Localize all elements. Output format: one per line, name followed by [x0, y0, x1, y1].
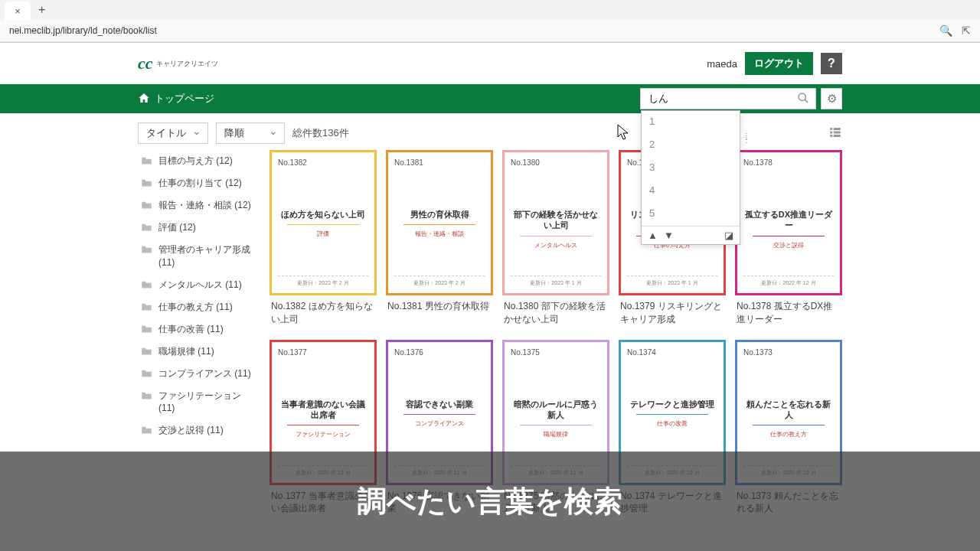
svg-rect-6: [830, 135, 832, 137]
ime-num: 5: [649, 207, 655, 221]
card-number: No.1377: [278, 348, 368, 357]
card-category: コンプライアンス: [394, 419, 485, 428]
gear-button[interactable]: ⚙: [821, 88, 842, 109]
sidebar-item[interactable]: 管理者のキャリア形成 (11): [138, 239, 260, 274]
sidebar-item[interactable]: 報告・連絡・相談 (12): [138, 194, 260, 217]
card-caption: No.1380 部下の経験を活かせない上司: [502, 295, 609, 331]
card-caption: No.1382 ほめ方を知らない上司: [270, 295, 377, 331]
sidebar-item-label: メンタルヘルス (11): [158, 279, 242, 292]
share-icon[interactable]: ⇱: [962, 24, 971, 37]
ime-down-icon[interactable]: ▼: [664, 230, 674, 241]
sort-field-select[interactable]: タイトル: [138, 122, 208, 144]
card[interactable]: No.1381男性の育休取得報告・連絡・相談更新日：2023 年 2 月No.1…: [386, 150, 493, 331]
sidebar-item[interactable]: メンタルヘルス (11): [138, 274, 260, 296]
ime-candidate[interactable]: 4商品: [642, 180, 740, 203]
ime-candidate[interactable]: 1新人: [642, 111, 740, 134]
card-caption: No.1381 男性の育休取得: [386, 295, 493, 318]
logo[interactable]: cc キャリアクリエイツ: [138, 54, 218, 73]
ime-text: 商品: [662, 184, 682, 198]
sidebar-item[interactable]: 目標の与え方 (12): [138, 150, 260, 172]
ime-more-icon: ⋮⋮: [743, 134, 750, 142]
sidebar-item[interactable]: 評価 (12): [138, 217, 260, 239]
sidebar-item[interactable]: 仕事の教え方 (11): [138, 296, 260, 318]
card-number: No.1381: [394, 158, 485, 167]
card-title: テレワークと進捗管理: [627, 399, 717, 409]
card-title: ほめ方を知らない上司: [278, 209, 368, 220]
sidebar-item[interactable]: 職場規律 (11): [138, 341, 260, 363]
username: maeda: [707, 58, 737, 70]
card-title: 容認できない副業: [394, 399, 485, 409]
card-cover: No.1378孤立するDX推進リーダー交渉と説得更新日：2022 年 12 月: [735, 150, 842, 295]
card-category: 交渉と説得: [743, 241, 834, 249]
card-date: 更新日：2023 年 1 月: [511, 276, 601, 287]
logout-button[interactable]: ログアウト: [745, 52, 813, 75]
nav-home[interactable]: トップページ: [138, 92, 214, 106]
ime-up-icon[interactable]: ▲: [648, 230, 658, 241]
ime-num: 1: [649, 116, 655, 129]
ime-candidate[interactable]: 5システム: [642, 203, 740, 226]
ime-controls: ▲ ▼ ◪: [642, 226, 740, 244]
card[interactable]: No.1378孤立するDX推進リーダー交渉と説得更新日：2022 年 12 月N…: [735, 150, 842, 331]
card[interactable]: No.1380部下の経験を活かせない上司メンタルヘルス更新日：2023 年 1 …: [502, 150, 609, 331]
svg-rect-5: [834, 131, 841, 133]
gear-icon: ⚙: [827, 92, 837, 106]
card-number: No.1374: [627, 348, 717, 357]
card-date: 更新日：2023 年 2 月: [394, 276, 485, 287]
ime-text: 新人: [662, 116, 682, 129]
svg-point-0: [799, 93, 805, 100]
ime-candidate[interactable]: 3し: [642, 157, 740, 180]
folder-icon: [141, 155, 152, 168]
ime-num: 4: [649, 184, 655, 198]
sidebar-item[interactable]: コンプライアンス (11): [138, 363, 260, 385]
tab-strip: × +: [0, 0, 980, 20]
nav-bar: トップページ 1新人2知らない3し4商品5システム ▲ ▼ ◪: [0, 84, 980, 113]
card-category: 仕事の教え方: [743, 430, 834, 439]
card-number: No.1380: [511, 158, 601, 167]
new-tab-button[interactable]: +: [31, 0, 53, 20]
home-icon: [138, 92, 150, 106]
card-title: 頼んだことを忘れる新人: [743, 399, 834, 421]
card[interactable]: No.1382ほめ方を知らない上司評価更新日：2023 年 2 月No.1382…: [270, 150, 377, 331]
close-icon[interactable]: ×: [14, 7, 21, 15]
card-category: ファシリテーション: [278, 430, 368, 439]
help-button[interactable]: ?: [821, 53, 842, 74]
ime-candidate[interactable]: 2知らない: [642, 134, 740, 157]
card-cover: No.1382ほめ方を知らない上司評価更新日：2023 年 2 月: [270, 150, 377, 295]
nav-home-label: トップページ: [155, 92, 214, 106]
folder-icon: [141, 279, 152, 292]
sidebar-item[interactable]: 仕事の改善 (11): [138, 318, 260, 341]
folder-icon: [141, 177, 152, 190]
url-bar: nei.meclib.jp/library/ld_note/book/list …: [0, 20, 980, 42]
sort-order-select[interactable]: 降順: [216, 122, 285, 144]
folder-icon: [141, 367, 152, 380]
list-view-icon[interactable]: [828, 126, 842, 142]
card-number: No.1378: [743, 158, 834, 167]
sidebar-item-label: ファシリテーション (11): [158, 390, 257, 416]
sidebar-item-label: 仕事の教え方 (11): [158, 301, 233, 314]
sidebar-item[interactable]: ファシリテーション (11): [138, 385, 260, 420]
sidebar-item-label: 管理者のキャリア形成 (11): [158, 243, 257, 269]
url-text[interactable]: nei.meclib.jp/library/ld_note/book/list: [9, 25, 157, 36]
folder-icon: [141, 323, 152, 336]
card-category: 仕事の改善: [627, 419, 717, 428]
browser-tab[interactable]: ×: [5, 2, 31, 20]
svg-rect-3: [834, 128, 841, 130]
folder-icon: [141, 345, 152, 358]
view-toggle: [828, 126, 842, 142]
ime-text: システム: [662, 207, 702, 221]
card-title: 部下の経験を活かせない上司: [511, 209, 601, 231]
zoom-icon[interactable]: 🔍: [939, 24, 952, 37]
search-input[interactable]: [644, 91, 794, 107]
sidebar-item-label: 仕事の割り当て (12): [158, 177, 242, 190]
sidebar-item[interactable]: 仕事の割り当て (12): [138, 172, 260, 194]
site-header: cc キャリアクリエイツ maeda ログアウト ?: [0, 43, 980, 84]
card-date: 更新日：2022 年 12 月: [743, 276, 834, 287]
ime-num: 2: [649, 139, 655, 152]
card-category: 報告・連絡・相談: [394, 230, 485, 238]
caption-overlay: 調べたい言葉を検索: [0, 452, 980, 551]
card-caption: No.1379 リスキリングとキャリア形成: [619, 295, 726, 331]
search-icon[interactable]: [794, 92, 812, 106]
ime-text: し: [662, 161, 672, 175]
sidebar-item[interactable]: 交渉と説得 (11): [138, 419, 260, 442]
ime-expand-icon[interactable]: ◪: [724, 230, 733, 241]
